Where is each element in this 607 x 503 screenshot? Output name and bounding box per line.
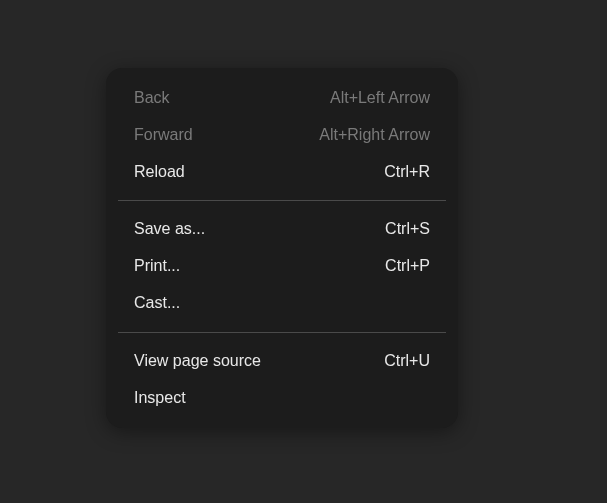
menu-item-shortcut: Alt+Left Arrow [330,88,430,109]
menu-item-label: Save as... [134,219,205,240]
menu-item-shortcut: Ctrl+S [385,219,430,240]
menu-item-print[interactable]: Print... Ctrl+P [106,248,458,285]
menu-item-save-as[interactable]: Save as... Ctrl+S [106,211,458,248]
menu-item-label: Reload [134,162,185,183]
menu-item-forward[interactable]: Forward Alt+Right Arrow [106,117,458,154]
menu-item-label: Back [134,88,170,109]
menu-item-shortcut: Ctrl+P [385,256,430,277]
menu-item-reload[interactable]: Reload Ctrl+R [106,154,458,191]
menu-item-shortcut: Ctrl+R [384,162,430,183]
menu-item-shortcut: Alt+Right Arrow [319,125,430,146]
menu-item-label: Cast... [134,293,180,314]
menu-item-shortcut: Ctrl+U [384,351,430,372]
menu-separator [118,200,446,201]
menu-item-label: Forward [134,125,193,146]
menu-item-back[interactable]: Back Alt+Left Arrow [106,80,458,117]
menu-item-view-source[interactable]: View page source Ctrl+U [106,343,458,380]
menu-item-label: Print... [134,256,180,277]
menu-item-inspect[interactable]: Inspect [106,380,458,417]
context-menu: Back Alt+Left Arrow Forward Alt+Right Ar… [106,68,458,428]
menu-item-label: View page source [134,351,261,372]
menu-item-label: Inspect [134,388,186,409]
menu-separator [118,332,446,333]
menu-item-cast[interactable]: Cast... [106,285,458,322]
